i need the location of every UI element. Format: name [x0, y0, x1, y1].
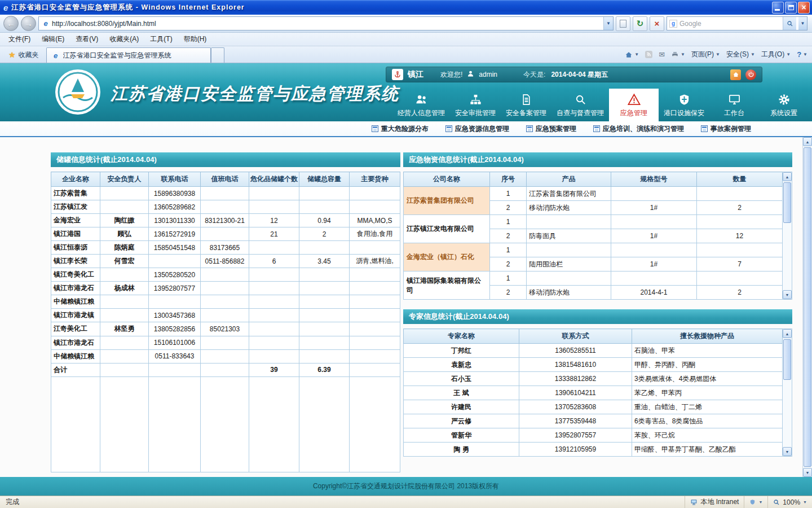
close-button[interactable]: ×	[798, 2, 810, 14]
anchor-icon	[392, 69, 403, 80]
search-dropdown-icon[interactable]: ▼	[798, 17, 807, 30]
address-url[interactable]: http://localhost:8080/yjpt/Main.html	[50, 20, 603, 28]
scroll-down-icon[interactable]: ▼	[783, 447, 792, 456]
expert-row: 陶 勇13912105959甲缩醛、甲基异丁基酮、乙酸乙酯	[404, 443, 783, 457]
scroll-thumb[interactable]	[783, 339, 791, 380]
column-header: 数量	[697, 172, 783, 187]
read-mail-button[interactable]: ✉	[659, 50, 665, 59]
cell: 2	[490, 201, 527, 215]
new-tab-stub[interactable]	[211, 47, 224, 63]
refresh-button[interactable]: ↻	[633, 16, 647, 31]
menu-favorites[interactable]: 收藏夹(A)	[104, 33, 144, 46]
search-box[interactable]: g Google ▼	[667, 16, 807, 30]
experts-table: 专家名称联系方式擅长救援物种产品 丁邦红13605285511石脑油、甲苯袁新忠…	[403, 329, 783, 457]
nav-item-safety-approval[interactable]: 安全审批管理	[450, 89, 501, 121]
cell: 镇江李长荣	[51, 255, 100, 268]
minimize-button[interactable]	[772, 2, 784, 14]
nav-item-system-settings[interactable]: 系统设置	[759, 89, 809, 121]
cell	[100, 200, 149, 214]
nav-item-self-inspection[interactable]: 自查与督查管理	[551, 89, 609, 121]
cell: 石脑油、甲苯	[632, 344, 783, 358]
back-button[interactable]: ←	[3, 16, 19, 31]
page-menu-button[interactable]: 页面(P)▼	[691, 50, 720, 59]
protection-dropdown-icon[interactable]: ▼	[758, 500, 762, 504]
cell: 12	[697, 229, 783, 243]
cell: 许建民	[404, 400, 519, 414]
cell: 苯乙烯、甲苯丙	[632, 386, 783, 400]
nav-item-emergency[interactable]: 应急管理	[609, 89, 659, 121]
subnav-item-hazard-distribution[interactable]: 重大危险源分布	[372, 124, 429, 134]
zoom-segment[interactable]: 100% ▼	[767, 496, 812, 508]
portal-home-icon[interactable]	[730, 69, 741, 80]
menu-tools[interactable]: 工具(T)	[145, 33, 177, 46]
cell	[299, 349, 350, 363]
subnav-item-training[interactable]: 应急培训、演练和演习管理	[593, 124, 684, 134]
cell: 83173665	[201, 241, 249, 255]
search-button[interactable]	[783, 17, 796, 30]
print-dropdown-icon[interactable]: ▼	[681, 52, 685, 57]
supply-row: 镇江港国际集装箱有限公司1	[404, 271, 783, 286]
subnav-item-emergency-resources[interactable]: 应急资源信息管理	[445, 124, 509, 134]
zoom-dropdown-icon[interactable]: ▼	[803, 500, 807, 504]
experts-scrollbar[interactable]: ▲ ▼	[783, 329, 792, 457]
cell	[249, 349, 299, 363]
tools-menu-button[interactable]: 工具(O)▼	[761, 50, 791, 59]
cell: 林坚勇	[100, 322, 149, 336]
scroll-up-icon[interactable]: ▲	[783, 172, 792, 181]
cell: 2	[299, 227, 350, 241]
scroll-up-icon[interactable]: ▲	[803, 137, 812, 146]
browser-tab[interactable]: e 江苏省港口安全监管与应急管理系统	[46, 47, 211, 63]
page-scrollbar[interactable]: ▲ ▼	[802, 137, 812, 477]
form-icon	[372, 125, 378, 132]
browser-toolbar: ▼ ✉ ▼ 页面(P)▼ 安全(S)▼ 工具(O)▼ ?▼	[625, 46, 809, 63]
favorites-button[interactable]: ★ 收藏夹	[3, 48, 44, 62]
form-icon	[593, 125, 600, 132]
scroll-down-icon[interactable]: ▼	[803, 468, 812, 477]
nav-item-port-security[interactable]: 港口设施保安	[659, 89, 709, 121]
nav-item-safety-filing[interactable]: 安全备案管理	[501, 89, 551, 121]
cell: 15896380938	[149, 187, 201, 200]
supplies-scrollbar[interactable]: ▲ ▼	[783, 172, 792, 300]
users-icon	[415, 93, 428, 106]
scroll-thumb[interactable]	[783, 182, 791, 223]
cell	[149, 376, 201, 472]
date-label: 今天是:	[523, 70, 545, 80]
home-dropdown-icon[interactable]: ▼	[634, 52, 639, 57]
protection-segment[interactable]: ▼	[744, 496, 767, 508]
expert-row: 管新华13952807557苯胺、环己烷	[404, 428, 783, 443]
tank-row: 镇江市港龙镇13003457368	[51, 309, 400, 322]
compatibility-view-button[interactable]	[616, 16, 630, 31]
scroll-thumb[interactable]	[804, 147, 811, 467]
forward-button[interactable]: →	[21, 16, 36, 31]
scroll-down-icon[interactable]: ▼	[783, 290, 792, 299]
feeds-button[interactable]	[645, 51, 652, 58]
nav-item-workbench[interactable]: 工作台	[709, 89, 759, 121]
stop-button[interactable]: ×	[650, 16, 664, 31]
help-button[interactable]: ?▼	[797, 50, 807, 59]
cell: 杨成林	[100, 282, 149, 295]
address-dropdown-icon[interactable]: ▼	[603, 17, 613, 30]
home-button[interactable]: ▼	[625, 51, 639, 59]
safety-menu-button[interactable]: 安全(S)▼	[726, 50, 755, 59]
supply-row: 江苏索普集团有限公司1江苏索普集团有限公司	[404, 187, 783, 201]
subnav-item-emergency-plans[interactable]: 应急预案管理	[526, 124, 576, 134]
tab-favicon-icon: e	[51, 51, 60, 60]
address-field[interactable]: e http://localhost:8080/yjpt/Main.html ▼	[38, 16, 614, 30]
logout-icon[interactable]	[745, 69, 756, 80]
cell: 13815481610	[519, 358, 632, 372]
scroll-up-icon[interactable]: ▲	[783, 329, 792, 338]
cell: 83121300-21	[201, 214, 249, 227]
menu-file[interactable]: 文件(F)	[3, 33, 36, 46]
cell: 2	[490, 257, 527, 271]
menu-view[interactable]: 查看(V)	[70, 33, 103, 46]
nav-item-operators[interactable]: 经营人信息管理	[392, 89, 450, 121]
print-button[interactable]: ▼	[671, 51, 685, 59]
restore-button[interactable]	[785, 2, 797, 14]
cell	[100, 309, 149, 322]
subnav-item-accident-cases[interactable]: 事故案例管理	[701, 124, 751, 134]
menu-help[interactable]: 帮助(H)	[179, 33, 212, 46]
printer-icon	[671, 51, 679, 59]
cell	[201, 309, 249, 322]
menu-edit[interactable]: 编辑(E)	[37, 33, 69, 46]
search-input[interactable]: Google	[679, 20, 780, 28]
